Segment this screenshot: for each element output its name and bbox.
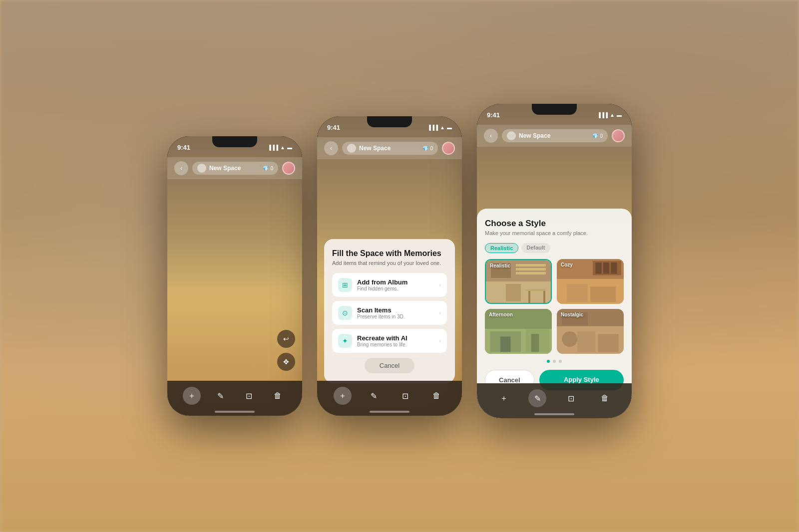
ai-text: Recreate with AI Bring memories to life.: [357, 334, 407, 347]
add-button-mid[interactable]: ＋: [334, 387, 352, 405]
style-card-afternoon[interactable]: Afternoon: [485, 309, 552, 354]
delete-button-left[interactable]: 🗑: [269, 387, 287, 405]
modal-title: Fill the Space with Memories: [332, 249, 447, 258]
style-tab-realistic[interactable]: Realistic: [485, 243, 518, 253]
album-title: Add from Album: [357, 278, 407, 286]
gem-count-right: 💎 0: [592, 133, 603, 139]
gem-count-left: 💎 0: [263, 166, 273, 171]
add-icon-right: ＋: [500, 393, 508, 404]
style-card-nostalgic[interactable]: Nostalgic: [557, 309, 624, 354]
cancel-button-mid[interactable]: Cancel: [365, 358, 414, 373]
wifi-icon: ▲: [280, 145, 285, 150]
scan-items-item[interactable]: ⊙ Scan Items Preserve items in 3D. ›: [332, 301, 447, 325]
style-tab-default[interactable]: Default: [521, 243, 550, 253]
gem-icon-mid: 💎: [422, 146, 428, 151]
phone-right: 9:41 ▐▐▐ ▲ ▬ ‹ New Space 💎 0: [477, 104, 632, 418]
svg-rect-13: [595, 263, 601, 274]
nav-title-mid: New Space 💎 0: [342, 142, 438, 155]
fab-buttons-left: ↩ ✥: [277, 330, 295, 371]
modal-item-left-1: ⊙ Scan Items Preserve items in 3D.: [338, 306, 405, 320]
svg-rect-14: [603, 263, 609, 274]
back-button-right[interactable]: ‹: [484, 129, 498, 143]
notch-mid: [367, 116, 412, 127]
add-button-left[interactable]: ＋: [183, 387, 201, 405]
edit-button-right[interactable]: ✎: [528, 389, 546, 407]
undo-button[interactable]: ↩: [277, 330, 295, 348]
space-name-mid: New Space: [359, 145, 419, 152]
svg-rect-6: [506, 284, 521, 301]
avatar-right[interactable]: [612, 129, 625, 142]
album-icon: ⊞: [338, 278, 352, 292]
battery-icon-mid: ▬: [447, 125, 452, 130]
space-icon-right: [507, 131, 516, 140]
avatar-mid[interactable]: [442, 142, 455, 155]
nav-bar-mid: ‹ New Space 💎 0: [317, 137, 462, 159]
svg-rect-16: [567, 284, 588, 302]
modal-item-left-0: ⊞ Add from Album Find hidden gems.: [338, 278, 407, 292]
add-icon-mid: ＋: [339, 391, 347, 401]
svg-rect-27: [577, 331, 595, 352]
view-button-right[interactable]: ⊡: [562, 389, 580, 407]
phone-left: 9:41 ▐▐▐ ▲ ▬ ‹ New Space 💎 0: [167, 136, 302, 416]
gem-icon-left: 💎: [263, 166, 269, 171]
style-label-afternoon: Afternoon: [489, 312, 513, 317]
delete-button-right[interactable]: 🗑: [596, 389, 614, 407]
recreate-ai-item[interactable]: ✦ Recreate with AI Bring memories to lif…: [332, 329, 447, 353]
svg-rect-5: [516, 272, 546, 274]
status-icons-right: ▐▐▐ ▲ ▬: [597, 112, 622, 118]
wifi-icon-right: ▲: [610, 112, 615, 118]
back-button-left[interactable]: ‹: [174, 161, 188, 175]
scan-title: Scan Items: [357, 306, 405, 314]
gem-icon-right: 💎: [592, 133, 598, 139]
style-panel-title: Choose a Style: [485, 219, 624, 229]
view-button-mid[interactable]: ⊡: [396, 387, 414, 405]
style-card-realistic[interactable]: Realistic: [485, 259, 552, 304]
time-left: 9:41: [177, 144, 190, 151]
pencil-icon-right: ✎: [534, 394, 541, 403]
dot-2: [553, 360, 556, 363]
trash-icon-right: 🗑: [601, 394, 609, 403]
svg-rect-8: [528, 291, 530, 303]
scan-text: Scan Items Preserve items in 3D.: [357, 306, 405, 319]
status-icons-mid: ▐▐▐ ▲ ▬: [427, 125, 452, 130]
view-button-left[interactable]: ⊡: [240, 387, 258, 405]
svg-rect-22: [500, 336, 511, 352]
back-button-mid[interactable]: ‹: [324, 141, 338, 155]
svg-rect-9: [543, 291, 545, 303]
dot-1: [547, 360, 550, 363]
battery-icon-right: ▬: [617, 112, 622, 118]
edit-button-left[interactable]: ✎: [211, 387, 229, 405]
nav-bar-right: ‹ New Space 💎 0: [477, 125, 632, 147]
move-button[interactable]: ✥: [277, 353, 295, 371]
add-button-right[interactable]: ＋: [495, 389, 513, 407]
album-text: Add from Album Find hidden gems.: [357, 278, 407, 291]
home-indicator-right: [534, 413, 574, 415]
svg-rect-4: [516, 268, 546, 270]
status-icons-left: ▐▐▐ ▲ ▬: [268, 145, 292, 150]
style-grid: Realistic: [485, 259, 624, 354]
phone-left-screen: 9:41 ▐▐▐ ▲ ▬ ‹ New Space 💎 0: [167, 136, 302, 416]
phone-mid: 9:41 ▐▐▐ ▲ ▬ ‹ New Space 💎 0: [317, 116, 462, 416]
signal-icon: ▐▐▐: [268, 145, 278, 150]
add-from-album-item[interactable]: ⊞ Add from Album Find hidden gems. ›: [332, 273, 447, 297]
nav-title-left: New Space 💎 0: [192, 162, 278, 175]
trash-icon-mid: 🗑: [432, 391, 440, 400]
style-card-cozy[interactable]: Cozy: [557, 259, 624, 304]
gem-count-mid: 💎 0: [422, 146, 433, 151]
scan-icon: ⊙: [338, 306, 352, 320]
scene-container: 9:41 ▐▐▐ ▲ ▬ ‹ New Space 💎 0: [0, 0, 799, 532]
edit-button-mid[interactable]: ✎: [365, 387, 383, 405]
avatar-left[interactable]: [282, 162, 295, 175]
phone-mid-screen: 9:41 ▐▐▐ ▲ ▬ ‹ New Space 💎 0: [317, 116, 462, 416]
phone-right-screen: 9:41 ▐▐▐ ▲ ▬ ‹ New Space 💎 0: [477, 104, 632, 418]
style-label-nostalgic: Nostalgic: [561, 312, 583, 317]
signal-icon-mid: ▐▐▐: [427, 125, 438, 130]
wifi-icon-mid: ▲: [440, 125, 445, 130]
style-tabs: Realistic Default: [485, 243, 624, 253]
delete-button-mid[interactable]: 🗑: [427, 387, 445, 405]
modal-subtitle: Add items that remind you of your loved …: [332, 260, 447, 266]
modal-item-left-2: ✦ Recreate with AI Bring memories to lif…: [338, 334, 407, 348]
album-arrow: ›: [439, 281, 441, 288]
album-subtitle: Find hidden gems.: [357, 286, 407, 291]
notch-right: [532, 104, 577, 115]
